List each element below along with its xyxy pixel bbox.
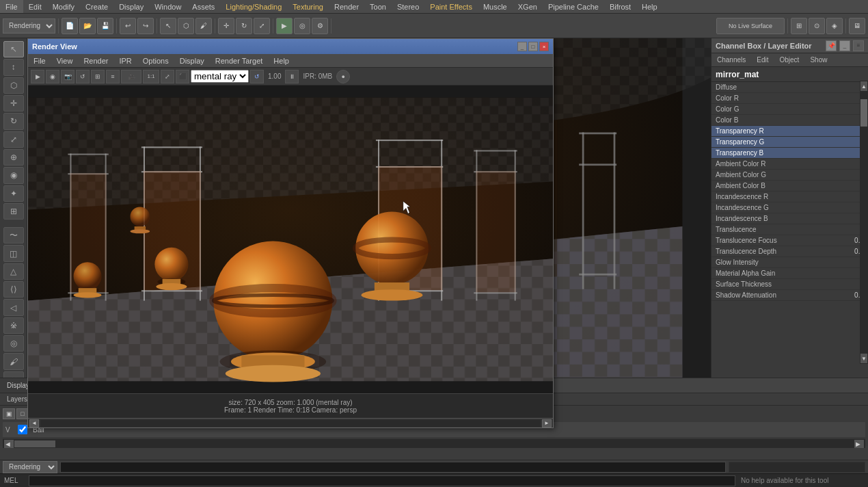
select-btn[interactable]: ↖ — [3, 41, 24, 57]
dynamics-btn[interactable]: ※ — [3, 317, 24, 334]
menu-stereo[interactable]: Stereo — [392, 0, 424, 13]
cb-expand-btn[interactable]: ≡ — [853, 40, 864, 51]
rv-maximize-btn[interactable]: □ — [528, 42, 538, 51]
rendering-btn[interactable]: ◎ — [3, 335, 24, 352]
menu-help[interactable]: Help — [636, 0, 663, 13]
menu-assets[interactable]: Assets — [187, 0, 220, 13]
paint-select-btn[interactable]: 🖌 — [195, 18, 212, 34]
rv-menu-render-target[interactable]: Render Target — [210, 54, 269, 67]
layer-create-btn[interactable]: ▣ — [3, 408, 15, 419]
layer-visibility-checkbox[interactable] — [18, 425, 27, 434]
menu-paint-effects[interactable]: Paint Effects — [424, 0, 478, 13]
script-input-area[interactable] — [60, 462, 726, 473]
animation-btn[interactable]: ◁ — [3, 299, 24, 315]
layer-scroll-left-btn[interactable]: ◄ — [4, 440, 14, 448]
channel-row-3[interactable]: Color B0 — [711, 115, 868, 126]
select-tool-btn[interactable]: ↖ — [160, 18, 176, 34]
paint-effects-btn[interactable]: 🖌 — [3, 353, 24, 369]
rv-close-btn[interactable]: × — [539, 42, 549, 51]
menu-render[interactable]: Render — [329, 0, 364, 13]
rv-region-btn[interactable]: ⊞ — [91, 70, 105, 83]
save-scene-btn[interactable]: 💾 — [97, 18, 113, 34]
rv-options-btn[interactable]: ● — [336, 70, 350, 83]
channel-row-10[interactable]: Incandescence R0 — [711, 192, 868, 202]
menu-file[interactable]: File — [0, 0, 23, 13]
channel-row-16[interactable]: Glow Intensity0 — [711, 257, 868, 268]
move-tool-btn[interactable]: ✛ — [218, 18, 234, 34]
channel-list-scrollbar[interactable]: ▲ ▼ — [860, 81, 868, 364]
rv-scroll-left-btn[interactable]: ◄ — [29, 419, 39, 427]
snap-point-btn[interactable]: ◈ — [826, 18, 843, 34]
cb-tab-show[interactable]: Show — [804, 53, 832, 66]
rv-spin-btn[interactable]: ↺ — [250, 70, 264, 83]
menu-create[interactable]: Create — [80, 0, 113, 13]
channel-row-2[interactable]: Color G0 — [711, 104, 868, 115]
rv-minimize-btn[interactable]: _ — [517, 42, 527, 51]
menu-display[interactable]: Display — [113, 0, 149, 13]
mode-dropdown[interactable]: Rendering — [3, 18, 55, 34]
menu-pipeline-cache[interactable]: Pipeline Cache — [543, 0, 604, 13]
snap-grid-btn[interactable]: ⊞ — [791, 18, 807, 34]
menu-modify[interactable]: Modify — [47, 0, 80, 13]
surfaces-btn[interactable]: ◫ — [3, 245, 24, 261]
scrollbar-down-btn[interactable]: ▼ — [860, 354, 867, 363]
display-settings-btn[interactable]: 🖥 — [849, 18, 865, 34]
menu-bifrost[interactable]: Bifrost — [604, 0, 636, 13]
channel-row-0[interactable]: Diffuse0 — [711, 82, 868, 93]
scrollbar-up-btn[interactable]: ▲ — [860, 81, 867, 91]
lasso-btn[interactable]: ⬡ — [3, 77, 24, 94]
polygons-btn[interactable]: △ — [3, 263, 24, 280]
cb-pin-btn[interactable]: 📌 — [826, 40, 837, 51]
menu-lighting-shading[interactable]: Lighting/Shading — [220, 0, 287, 13]
rv-title-bar[interactable]: Render View _ □ × — [28, 39, 553, 54]
menu-edit[interactable]: Edit — [23, 0, 47, 13]
channel-row-17[interactable]: Material Alpha Gain1 — [711, 268, 868, 279]
ipr-render-btn[interactable]: ◎ — [294, 18, 310, 34]
rv-snapshot-btn[interactable]: 📷 — [61, 70, 74, 83]
cb-tab-edit[interactable]: Edit — [751, 53, 774, 66]
rv-keep-btn[interactable]: ≡ — [106, 70, 120, 83]
new-scene-btn[interactable]: 📄 — [62, 18, 78, 34]
render-settings-btn[interactable]: ⚙ — [312, 18, 328, 34]
channel-row-5[interactable]: Transparency G0 — [711, 137, 868, 148]
channel-row-1[interactable]: Color R0 — [711, 93, 868, 104]
menu-muscle[interactable]: Muscle — [478, 0, 513, 13]
channel-row-9[interactable]: Ambient Color B0 — [711, 181, 868, 192]
channel-row-6[interactable]: Transparency B0 — [711, 148, 868, 159]
cb-tab-object[interactable]: Object — [774, 53, 805, 66]
channel-row-12[interactable]: Incandescence B0 — [711, 213, 868, 224]
rv-camera-btn[interactable]: 🎥 — [121, 70, 141, 83]
rv-menu-file[interactable]: File — [28, 54, 51, 67]
rv-pause-btn[interactable]: ⏸ — [285, 70, 299, 83]
rv-ipr-start-btn[interactable]: ◉ — [46, 70, 59, 83]
soft-mod-btn[interactable]: ◉ — [3, 167, 24, 183]
rv-checkerboard-btn[interactable]: ⬛ — [176, 70, 189, 83]
rv-render-btn[interactable]: ▶ — [31, 70, 44, 83]
scale-tool-btn[interactable]: ⤢ — [254, 18, 270, 34]
rv-menu-ipr[interactable]: IPR — [113, 54, 137, 67]
scrollbar-thumb[interactable] — [860, 99, 867, 127]
snap-curve-btn[interactable]: ⊙ — [809, 18, 825, 34]
redo-btn[interactable]: ↪ — [137, 18, 154, 34]
channel-row-11[interactable]: Incandescence G0 — [711, 202, 868, 213]
channel-row-14[interactable]: Translucence Focus0.5 — [711, 235, 868, 246]
scale-btn[interactable]: ⤢ — [3, 131, 24, 148]
channel-row-7[interactable]: Ambient Color R0 — [711, 159, 868, 170]
rv-scroll-track[interactable] — [40, 420, 541, 427]
lasso-tool-btn[interactable]: ⬡ — [178, 18, 194, 34]
channel-row-19[interactable]: Shadow Attenuation0.5 — [711, 290, 868, 301]
rv-menu-view[interactable]: View — [51, 54, 79, 67]
open-scene-btn[interactable]: 📂 — [79, 18, 96, 34]
layer-scroll-right-btn[interactable]: ► — [854, 440, 864, 448]
no-live-surface-btn[interactable]: No Live Surface — [716, 18, 785, 34]
channel-row-13[interactable]: Translucence0 — [711, 224, 868, 235]
rv-renderer-select[interactable]: mental ray — [191, 70, 249, 83]
paint-btn[interactable]: ↕ — [3, 59, 24, 75]
channel-row-8[interactable]: Ambient Color G0 — [711, 170, 868, 181]
cmd-input[interactable] — [29, 475, 735, 486]
channel-row-15[interactable]: Translucence Depth0.5 — [711, 246, 868, 257]
rv-refresh-btn[interactable]: ↺ — [76, 70, 90, 83]
rv-fit-btn[interactable]: ⤢ — [161, 70, 174, 83]
channel-row-18[interactable]: Surface Thickness0 — [711, 279, 868, 290]
sculpt-btn[interactable]: ✦ — [3, 185, 24, 202]
